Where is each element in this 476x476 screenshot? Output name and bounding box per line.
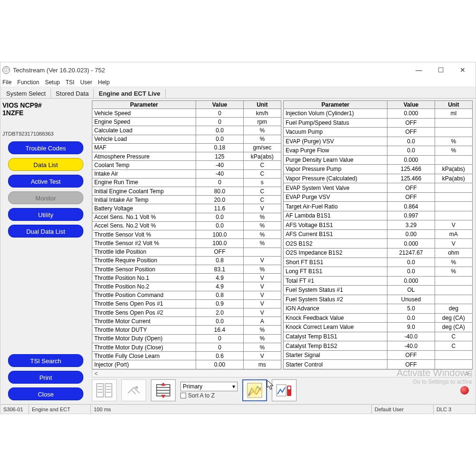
menu-user[interactable]: User	[80, 79, 92, 86]
table-row[interactable]: EVAP (Purge) VSV0.0%	[284, 137, 473, 146]
menu-function[interactable]: Function	[17, 79, 39, 86]
maximize-button[interactable]: ☐	[430, 62, 452, 78]
table-row[interactable]: Fuel System Status #1OL	[284, 286, 473, 295]
table-row[interactable]: Total FT #10.000	[284, 276, 473, 286]
table-row[interactable]: Vehicle Speed0km/h	[92, 109, 281, 118]
table-row[interactable]: Throttle Sensor Volt %100.0%	[92, 230, 281, 239]
table-row[interactable]: Knock Correct Learn Value9.0deg (CA)	[284, 323, 473, 332]
table-row[interactable]: Accel Sens. No.2 Volt %0.0%	[92, 221, 281, 230]
scroll-left-icon[interactable]: <	[92, 370, 100, 377]
utility-button[interactable]: Utility	[8, 208, 83, 221]
table-row[interactable]: Knock Feedback Value0.0deg (CA)	[284, 313, 473, 323]
grouping-dropdown[interactable]: Primary ▾	[180, 382, 238, 391]
horizontal-scrollbar[interactable]: < >	[92, 369, 472, 377]
table-row[interactable]: Injection Volum (Cylinder1)0.000ml	[284, 109, 473, 119]
col-header-parameter[interactable]: Parameter	[92, 101, 196, 109]
table-row[interactable]: Initial Intake Air Temp20.0C	[92, 196, 281, 204]
table-row[interactable]: Starter ControlOFF	[284, 360, 473, 369]
table-row[interactable]: Intake Air-40C	[92, 169, 281, 178]
table-row[interactable]: Engine Run Time0s	[92, 178, 281, 187]
content-area: Parameter Value Unit Vehicle Speed0km/hE…	[91, 99, 476, 404]
data-list-button[interactable]: Data List	[8, 158, 83, 171]
tab-system-select[interactable]: System Select	[1, 89, 51, 98]
table-row[interactable]: Catalyst Temp B1S1-40.0C	[284, 332, 473, 341]
table-row[interactable]: Throttle Sensor Position83.1%	[92, 265, 281, 273]
table-row[interactable]: Coolant Temp-40C	[92, 161, 281, 169]
table-row[interactable]: Throttle Motor Duty (Close)0%	[92, 343, 281, 351]
table-row[interactable]: Fuel Pump/Speed StatusOFF	[284, 118, 473, 128]
table-row[interactable]: Purge Density Learn Value0.000	[284, 155, 473, 165]
table-row[interactable]: O2S B1S20.000V	[284, 239, 473, 248]
param-value: 0.000	[387, 109, 435, 119]
table-row[interactable]: Throttle Idle PositionOFF	[92, 248, 281, 256]
menu-setup[interactable]: Setup	[45, 79, 60, 86]
table-row[interactable]: Throttle Motor Duty (Open)0%	[92, 334, 281, 343]
table-row[interactable]: IGN Advance5.0deg	[284, 304, 473, 314]
table-row[interactable]: Catalyst Temp B1S2-40.0C	[284, 341, 473, 351]
table-row[interactable]: Vehicle Load0.0%	[92, 135, 281, 143]
table-row[interactable]: Throttle Position Command0.8V	[92, 291, 281, 299]
select-columns-button[interactable]	[121, 379, 146, 401]
table-row[interactable]: Vapor Pressure Pump125.466kPa(abs)	[284, 165, 473, 174]
table-row[interactable]: Vacuum PumpOFF	[284, 128, 473, 137]
param-name: Battery Voltage	[92, 204, 196, 213]
table-row[interactable]: Throttle Position No.14.9V	[92, 274, 281, 282]
table-row[interactable]: Initial Engine Coolant Temp80.0C	[92, 187, 281, 195]
menu-file[interactable]: File	[2, 79, 11, 86]
table-row[interactable]: EVAP System Vent ValveOFF	[284, 183, 473, 193]
menu-help[interactable]: Help	[98, 79, 110, 86]
graph-button[interactable]	[242, 379, 267, 401]
table-row[interactable]: EVAP Purge VSVOFF	[284, 192, 473, 202]
close-window-button[interactable]: ✕	[452, 62, 474, 78]
table-row[interactable]: Accel Sens. No.1 Volt %0.0%	[92, 213, 281, 221]
table-row[interactable]: Engine Speed0rpm	[92, 118, 281, 126]
table-row[interactable]: Throttle Sens Open Pos #22.0V	[92, 308, 281, 317]
table-row[interactable]: Throttle Position No.24.9V	[92, 282, 281, 291]
table-row[interactable]: Throttle Motor DUTY16.4%	[92, 326, 281, 334]
table-row[interactable]: Target Air-Fuel Ratio0.864	[284, 202, 473, 211]
table-row[interactable]: MAF0.18gm/sec	[92, 143, 281, 152]
col-header-unit[interactable]: Unit	[243, 101, 281, 109]
table-row[interactable]: Fuel System Status #2Unused	[284, 295, 473, 304]
table-row[interactable]: Starter SignalOFF	[284, 350, 473, 360]
close-button[interactable]: Close	[8, 387, 83, 400]
col-header-value[interactable]: Value	[196, 101, 243, 109]
tab-stored-data[interactable]: Stored Data	[51, 89, 94, 98]
table-row[interactable]: Calculate Load0.0%	[92, 126, 281, 135]
table-row[interactable]: O2S Impedance B1S221247.67ohm	[284, 248, 473, 258]
trouble-codes-button[interactable]: Trouble Codes	[8, 141, 83, 154]
menu-tsi[interactable]: TSI	[66, 79, 75, 86]
table-row[interactable]: Throttle Motor Current0.0A	[92, 317, 281, 326]
tsi-search-button[interactable]: TSI Search	[8, 354, 83, 367]
scroll-right-icon[interactable]: >	[464, 370, 471, 377]
table-row[interactable]: Injector (Port)0.00ms	[92, 360, 281, 369]
col-header-unit[interactable]: Unit	[435, 101, 472, 109]
table-row[interactable]: AFS Voltage B1S13.29V	[284, 220, 473, 230]
expand-collapse-button[interactable]	[151, 379, 176, 401]
dual-data-list-button[interactable]: Dual Data List	[8, 225, 83, 238]
table-row[interactable]: Evap Purge Flow0.0%	[284, 146, 473, 156]
table-row[interactable]: Throttle Fully Close Learn0.6V	[92, 352, 281, 360]
table-row[interactable]: Throttle Require Position0.8V	[92, 256, 281, 265]
list-view-button[interactable]	[92, 379, 117, 401]
fuel-graph-button[interactable]	[272, 379, 297, 401]
param-value: -40.0	[387, 332, 435, 341]
table-row[interactable]: Throttle Sens Open Pos #10.9V	[92, 299, 281, 308]
table-row[interactable]: Battery Voltage11.6V	[92, 204, 281, 213]
table-row[interactable]: Atmosphere Pressure125kPa(abs)	[92, 152, 281, 161]
table-row[interactable]: Long FT B1S10.0%	[284, 267, 473, 277]
col-header-value[interactable]: Value	[387, 101, 435, 109]
table-row[interactable]: Throttle Sensor #2 Volt %100.0%	[92, 239, 281, 248]
print-button[interactable]: Print	[8, 371, 83, 384]
table-row[interactable]: Short FT B1S10.0%	[284, 258, 473, 267]
col-header-parameter[interactable]: Parameter	[284, 101, 387, 109]
active-test-button[interactable]: Active Test	[8, 175, 83, 188]
monitor-button[interactable]: Monitor	[8, 191, 83, 204]
param-value: OFF	[387, 118, 435, 128]
table-row[interactable]: AFS Current B1S10.00mA	[284, 229, 473, 239]
table-row[interactable]: Vapor Pressure (Calculated)125.466kPa(ab…	[284, 174, 473, 183]
minimize-button[interactable]: —	[408, 62, 430, 78]
tab-engine-and-ect-live[interactable]: Engine and ECT Live	[94, 89, 165, 98]
table-row[interactable]: AF Lambda B1S10.997	[284, 211, 473, 220]
sort-checkbox[interactable]	[180, 393, 186, 398]
